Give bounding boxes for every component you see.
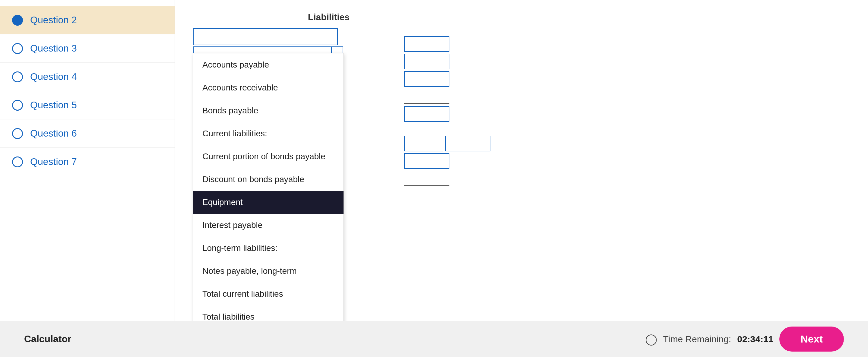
dropdown-option-2[interactable]: Bonds payable — [193, 99, 343, 122]
sidebar-item-question3-label: Question 3 — [30, 43, 77, 54]
sidebar-item-question5-label: Question 5 — [30, 99, 77, 111]
right-input-6[interactable] — [404, 153, 450, 169]
sidebar-item-question4-label: Question 4 — [30, 71, 77, 82]
calculator-label: Calculator — [24, 333, 71, 345]
right-input-7-underline[interactable] — [404, 171, 450, 186]
dropdown-option-1[interactable]: Accounts receivable — [193, 76, 343, 99]
right-input-3[interactable] — [404, 71, 450, 87]
dropdown-option-4[interactable]: Current portion of bonds payable — [193, 145, 343, 168]
dropdown-option-8[interactable]: Long-term liabilities: — [193, 237, 343, 260]
dropdown-option-0[interactable]: Accounts payable — [193, 53, 343, 76]
sidebar-item-question5[interactable]: Question 5 — [0, 91, 175, 120]
sidebar-item-question6[interactable]: Question 6 — [0, 120, 175, 148]
dropdown-option-11[interactable]: Total liabilities — [193, 305, 343, 321]
section-title: Liabilities — [193, 12, 464, 22]
main-layout: Question 2 Question 3 Question 4 Questio… — [0, 0, 868, 321]
dropdown-option-3[interactable]: Current liabilities: — [193, 122, 343, 145]
question6-circle — [12, 128, 23, 139]
content-area: Liabilities ▼ Accounts payableAccounts r… — [175, 0, 868, 321]
right-inputs-cluster — [404, 36, 490, 186]
dropdown-option-7[interactable]: Interest payable — [193, 214, 343, 237]
dropdown-menu: Accounts payableAccounts receivableBonds… — [193, 53, 344, 321]
right-input-2[interactable] — [404, 54, 450, 69]
sidebar-item-question7[interactable]: Question 7 — [0, 148, 175, 176]
question7-circle — [12, 157, 23, 167]
double-input-row — [404, 136, 490, 151]
liabilities-top-input[interactable] — [193, 28, 338, 45]
right-input-5[interactable] — [404, 106, 450, 122]
liabilities-section: Liabilities ▼ Accounts payableAccounts r… — [193, 12, 464, 63]
sidebar-item-question4[interactable]: Question 4 — [0, 63, 175, 91]
right-input-1[interactable] — [404, 36, 450, 52]
dropdown-option-5[interactable]: Discount on bonds payable — [193, 168, 343, 191]
sidebar-item-question7-label: Question 7 — [30, 156, 77, 167]
question3-circle — [12, 43, 23, 54]
question2-circle — [12, 15, 23, 26]
double-input-left[interactable] — [404, 136, 443, 151]
dropdown-option-9[interactable]: Notes payable, long-term — [193, 260, 343, 283]
sidebar-item-question3[interactable]: Question 3 — [0, 34, 175, 63]
sidebar: Question 2 Question 3 Question 4 Questio… — [0, 0, 175, 321]
dropdown-option-6[interactable]: Equipment — [193, 191, 343, 214]
time-remaining-value: 02:34:11 — [737, 334, 773, 344]
dropdown-option-10[interactable]: Total current liabilities — [193, 283, 343, 305]
question4-circle — [12, 71, 23, 82]
time-remaining-label: Time Remaining: — [663, 334, 732, 344]
sidebar-item-question2[interactable]: Question 2 — [0, 6, 175, 34]
right-input-4-underline[interactable] — [404, 89, 450, 104]
next-button[interactable]: Next — [779, 327, 844, 352]
sidebar-item-question2-label: Question 2 — [30, 14, 77, 26]
question5-circle — [12, 100, 23, 111]
clock-icon: ◯ — [645, 333, 657, 346]
sidebar-item-question6-label: Question 6 — [30, 128, 77, 139]
timer-section: ◯ Time Remaining: 02:34:11 Next — [645, 327, 844, 352]
footer: Calculator ◯ Time Remaining: 02:34:11 Ne… — [0, 321, 868, 357]
double-input-right[interactable] — [445, 136, 490, 151]
